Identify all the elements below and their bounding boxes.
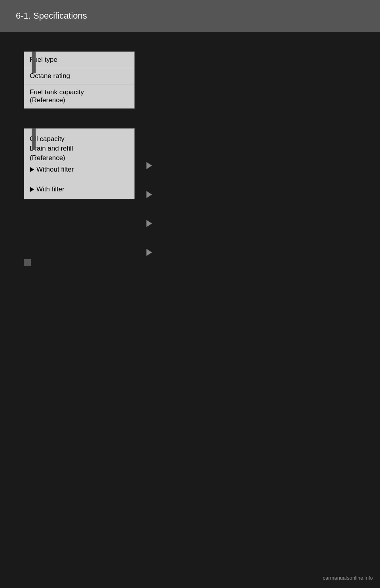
oil-section: Oil capacityDrain and refill(Reference) … — [16, 128, 364, 266]
with-filter-item: With filter — [30, 185, 129, 193]
octane-rating-row: Octane rating — [24, 68, 134, 84]
bottom-section-marker — [24, 259, 31, 266]
fuel-table: Fuel type Octane rating Fuel tank capaci… — [24, 52, 135, 109]
right-triangle-2-icon — [146, 191, 152, 198]
main-content: Fuel type Octane rating Fuel tank capaci… — [0, 32, 380, 278]
with-filter-triangle-icon — [30, 187, 34, 192]
right-triangle-1-icon — [146, 162, 152, 169]
oil-capacity-title: Oil capacityDrain and refill(Reference) — [30, 134, 129, 162]
right-triangle-4-icon — [146, 249, 152, 256]
fuel-type-row: Fuel type — [24, 52, 134, 68]
header-bar: 6-1. Specifications — [0, 0, 380, 32]
without-filter-item: Without filter — [30, 166, 129, 174]
right-triangles-container — [146, 162, 152, 256]
without-filter-triangle-icon — [30, 167, 34, 172]
page-title: 6-1. Specifications — [16, 11, 87, 21]
watermark: carmanualsonline.info — [323, 575, 373, 581]
oil-section-marker — [32, 128, 36, 150]
right-triangle-3-icon — [146, 220, 152, 227]
oil-table: Oil capacityDrain and refill(Reference) … — [24, 128, 135, 199]
fuel-section: Fuel type Octane rating Fuel tank capaci… — [16, 52, 364, 109]
fuel-tank-capacity-row: Fuel tank capacity(Reference) — [24, 84, 134, 108]
fuel-section-marker — [32, 52, 36, 73]
